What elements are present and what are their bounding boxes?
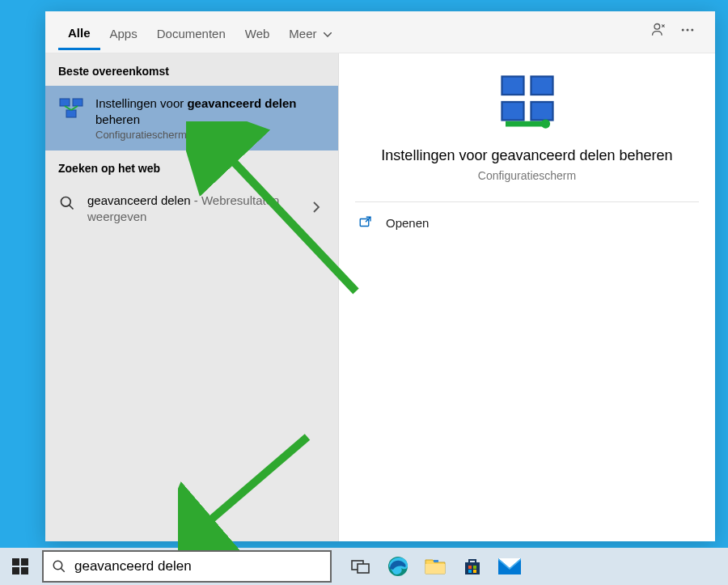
feedback-icon[interactable] [644, 22, 673, 42]
result-subtitle: Configuratiescherm [95, 129, 325, 141]
svg-rect-33 [473, 566, 476, 569]
svg-rect-32 [468, 566, 472, 569]
svg-rect-22 [12, 567, 19, 574]
tab-web[interactable]: Web [235, 15, 280, 49]
svg-point-3 [691, 29, 693, 32]
svg-point-2 [687, 29, 689, 32]
svg-point-24 [53, 561, 62, 570]
taskbar [0, 548, 728, 585]
svg-rect-23 [21, 567, 28, 574]
svg-point-0 [654, 24, 660, 30]
search-icon [52, 559, 66, 574]
svg-rect-35 [473, 570, 476, 573]
taskbar-search-box[interactable] [42, 550, 332, 583]
result-title: Instellingen voor geavanceerd delen behe… [95, 95, 325, 127]
svg-rect-20 [12, 558, 19, 566]
svg-rect-12 [531, 77, 552, 95]
result-preview-pane: Instellingen voor geavanceerd delen behe… [338, 11, 715, 541]
svg-point-1 [682, 29, 684, 32]
tab-documents[interactable]: Documenten [147, 15, 235, 49]
search-input[interactable] [74, 558, 322, 574]
edge-browser-icon[interactable] [383, 552, 413, 581]
svg-rect-29 [425, 564, 445, 574]
svg-rect-11 [502, 77, 523, 95]
windows-logo-icon [12, 558, 28, 574]
svg-rect-27 [358, 564, 369, 573]
preview-title: Instellingen voor geavanceerd delen behe… [355, 147, 699, 164]
open-label: Openen [386, 216, 429, 230]
svg-rect-30 [434, 560, 438, 562]
svg-rect-31 [465, 562, 480, 574]
tab-more[interactable]: Meer [279, 15, 341, 49]
svg-rect-5 [73, 99, 83, 106]
best-match-header: Beste overeenkomst [45, 53, 338, 86]
tab-apps[interactable]: Apps [100, 15, 147, 49]
tab-all[interactable]: Alle [58, 15, 100, 50]
result-web-geavanceerd-delen[interactable]: geavanceerd delen - Webresultaten weerge… [45, 183, 338, 234]
svg-rect-13 [502, 102, 523, 121]
svg-rect-21 [21, 558, 28, 566]
svg-point-9 [61, 197, 71, 207]
more-options-icon[interactable] [673, 22, 702, 42]
search-tabs: Alle Apps Documenten Web Meer [45, 11, 715, 53]
svg-line-8 [71, 106, 78, 110]
network-sharing-icon [58, 95, 84, 121]
web-result-title: geavanceerd delen - Webresultaten weerge… [87, 193, 296, 224]
result-advanced-sharing-settings[interactable]: Instellingen voor geavanceerd delen behe… [45, 86, 338, 150]
svg-rect-34 [468, 570, 472, 573]
svg-line-10 [70, 206, 74, 210]
chevron-down-icon [324, 32, 332, 37]
file-explorer-icon[interactable] [421, 552, 450, 581]
open-icon [358, 215, 373, 230]
task-view-icon[interactable] [346, 552, 375, 581]
preview-subtitle: Configuratiescherm [355, 169, 699, 182]
microsoft-store-icon[interactable] [458, 552, 487, 581]
svg-line-25 [61, 568, 65, 572]
svg-point-16 [540, 119, 549, 128]
svg-rect-14 [531, 102, 552, 121]
svg-rect-6 [66, 110, 76, 117]
search-icon [58, 194, 76, 212]
results-list: Beste overeenkomst Instellingen voor gea… [45, 11, 338, 541]
network-sharing-icon-large [498, 73, 557, 131]
chevron-right-icon[interactable] [307, 200, 325, 217]
mail-icon[interactable] [495, 552, 524, 581]
search-results-panel: Beste overeenkomst Instellingen voor gea… [45, 11, 715, 541]
start-button[interactable] [0, 548, 40, 585]
svg-rect-4 [60, 99, 70, 106]
svg-line-7 [65, 106, 71, 110]
web-search-header: Zoeken op het web [45, 150, 338, 183]
open-action[interactable]: Openen [339, 202, 715, 243]
